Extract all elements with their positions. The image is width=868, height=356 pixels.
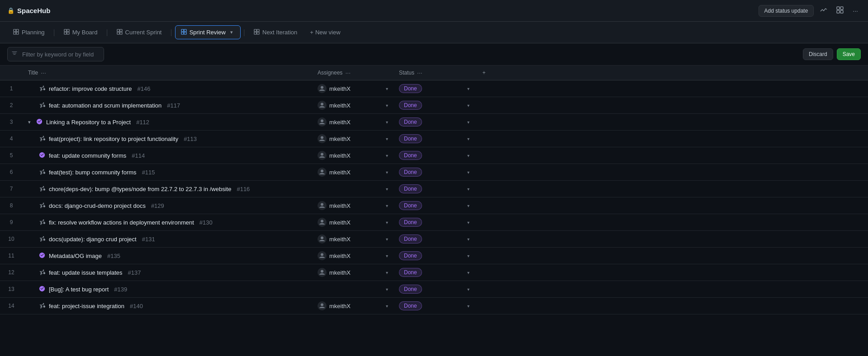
more-options-button[interactable]: ··· [850, 5, 861, 16]
status-badge: Done [399, 251, 422, 260]
assignee-dropdown-arrow[interactable]: ▾ [386, 86, 388, 91]
issue-type-icon [39, 252, 45, 260]
issue-type-icon [39, 302, 45, 310]
tab-my-board[interactable]: My Board [58, 26, 104, 39]
assignee-dropdown-arrow[interactable]: ▾ [386, 153, 388, 158]
issue-type-icon [39, 152, 45, 159]
assignee-name: mkeithX [329, 303, 351, 309]
row-status-cell: Done ▾ [394, 131, 475, 147]
filter-input[interactable] [7, 47, 104, 61]
status-dropdown-arrow[interactable]: ▾ [467, 86, 470, 91]
issue-number: #117 [167, 102, 180, 109]
col-header-add[interactable]: + [475, 66, 493, 80]
status-col-menu[interactable]: ··· [417, 69, 422, 76]
assignee-dropdown-arrow[interactable]: ▾ [386, 187, 388, 192]
svg-rect-1 [840, 7, 843, 9]
row-assignee-cell: mkeithX ▾ [312, 264, 394, 281]
status-dropdown-arrow[interactable]: ▾ [467, 270, 470, 275]
assignee-name: mkeithX [329, 85, 351, 92]
status-badge: Done [399, 184, 422, 193]
row-extra-cell [475, 147, 493, 164]
assignee-dropdown-arrow[interactable]: ▾ [386, 220, 388, 225]
status-dropdown-arrow[interactable]: ▾ [467, 153, 470, 158]
issue-title: docs(update): django crud project [49, 236, 137, 243]
row-status-cell: Done ▾ [394, 264, 475, 281]
row-status-cell: Done ▾ [394, 80, 475, 97]
status-dropdown-arrow[interactable]: ▾ [467, 253, 470, 258]
chart-icon-button[interactable] [817, 5, 830, 17]
status-dropdown-arrow[interactable]: ▾ [467, 187, 470, 192]
table-body: 1 refactor: improve code structure #146 … [0, 80, 868, 314]
row-title-cell: refactor: improve code structure #146 [23, 80, 312, 97]
table-row: 4 feat(project): link repository to proj… [0, 131, 868, 147]
svg-rect-7 [16, 32, 19, 34]
status-badge: Done [399, 101, 422, 110]
status-dropdown-arrow[interactable]: ▾ [467, 170, 470, 175]
status-dropdown-arrow[interactable]: ▾ [467, 136, 470, 141]
status-dropdown-arrow[interactable]: ▾ [467, 237, 470, 242]
assignee-dropdown-arrow[interactable]: ▾ [386, 120, 388, 125]
add-view-button[interactable]: + New view [305, 26, 345, 39]
row-extra-cell [475, 298, 493, 314]
filter-bar: Discard Save [0, 43, 868, 66]
tab-current-sprint[interactable]: Current Sprint [111, 26, 168, 39]
issue-type-icon [39, 169, 45, 176]
table-row: 2 feat: automation and scrum implementat… [0, 97, 868, 114]
status-dropdown-arrow[interactable]: ▾ [467, 287, 470, 292]
assignee-dropdown-arrow[interactable]: ▾ [386, 136, 388, 141]
tab-planning[interactable]: Planning [7, 26, 51, 39]
add-status-button[interactable]: Add status update [759, 5, 814, 17]
tab-next-iteration[interactable]: Next Iteration [248, 26, 303, 39]
issue-number: #139 [114, 286, 127, 293]
row-status-cell: Done ▾ [394, 147, 475, 164]
tab-sprint-review[interactable]: Sprint Review ▾ [175, 25, 241, 39]
issue-title: feat: update issue templates [49, 269, 123, 276]
assignee-dropdown-arrow[interactable]: ▾ [386, 103, 388, 108]
col-header-assignees: Assignees ··· [312, 66, 394, 80]
svg-rect-12 [117, 29, 119, 32]
row-title-cell: feat: automation and scrum implementatio… [23, 97, 312, 114]
title-col-menu[interactable]: ··· [41, 69, 46, 76]
status-dropdown-arrow[interactable]: ▾ [467, 103, 470, 108]
issue-number: #113 [184, 136, 197, 142]
status-badge: Done [399, 151, 422, 160]
row-assignee-cell: mkeithX ▾ [312, 114, 394, 131]
assignee-name: mkeithX [329, 219, 351, 226]
col-header-title: Title ··· [23, 66, 312, 80]
assignee-dropdown-arrow[interactable]: ▾ [386, 253, 388, 258]
svg-rect-18 [181, 32, 184, 34]
status-badge: Done [399, 84, 422, 93]
table-row: 7 chore(deps-dev): bump @types/node from… [0, 181, 868, 197]
issue-number: #146 [138, 85, 151, 92]
table-row: 5 feat: update community forms #114 mkei… [0, 147, 868, 164]
status-dropdown-arrow[interactable]: ▾ [467, 304, 470, 309]
status-dropdown-arrow[interactable]: ▾ [467, 220, 470, 225]
table-container: Title ··· Assignees ··· Status ··· [0, 66, 868, 356]
table-icon-button[interactable] [834, 5, 846, 17]
row-status-cell: Done ▾ [394, 97, 475, 114]
assignee-dropdown-arrow[interactable]: ▾ [386, 170, 388, 175]
row-title-cell: feat: update issue templates #137 [23, 264, 312, 281]
sprint-review-dropdown-button[interactable]: ▾ [228, 28, 235, 36]
row-number: 3 [0, 114, 23, 131]
assignee-dropdown-arrow[interactable]: ▾ [386, 304, 388, 309]
assignee-name: mkeithX [329, 236, 351, 243]
assignee-dropdown-arrow[interactable]: ▾ [386, 203, 388, 208]
app-brand: 🔒 SpaceHub [7, 7, 50, 14]
status-dropdown-arrow[interactable]: ▾ [467, 120, 470, 125]
row-extra-cell [475, 231, 493, 248]
assignee-dropdown-arrow[interactable]: ▾ [386, 270, 388, 275]
assignee-avatar [318, 134, 327, 143]
assignees-col-menu[interactable]: ··· [345, 69, 351, 76]
save-button[interactable]: Save [837, 48, 861, 60]
issue-type-icon [39, 135, 45, 143]
row-assignee-cell: mkeithX ▾ [312, 164, 394, 181]
discard-button[interactable]: Discard [803, 48, 833, 60]
tab-next-iteration-label: Next Iteration [262, 29, 297, 36]
assignee-dropdown-arrow[interactable]: ▾ [386, 237, 388, 242]
assignee-dropdown-arrow[interactable]: ▾ [386, 287, 388, 292]
status-dropdown-arrow[interactable]: ▾ [467, 203, 470, 208]
row-number: 4 [0, 131, 23, 147]
table-row: 1 refactor: improve code structure #146 … [0, 80, 868, 97]
issue-title: feat(project): link repository to projec… [49, 136, 178, 142]
